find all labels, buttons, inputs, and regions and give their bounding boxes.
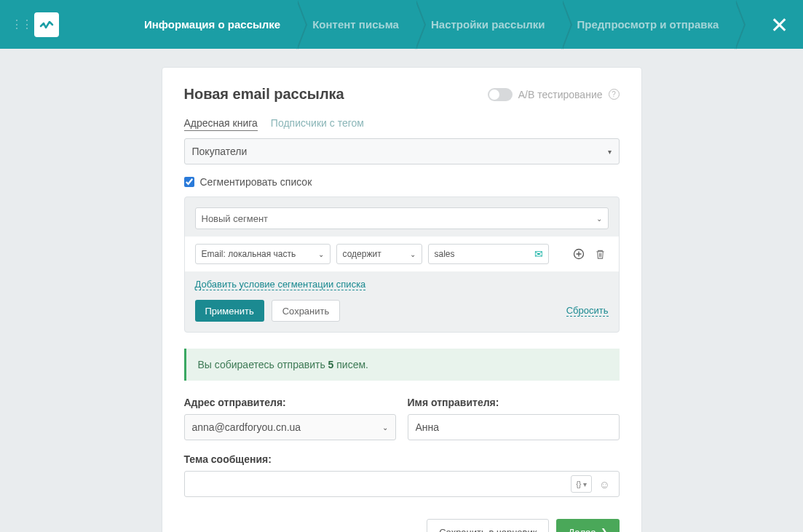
segment-checkbox-label: Сегментировать список: [200, 176, 312, 188]
sender-address-col: Адрес отправителя: anna@cardforyou.cn.ua…: [184, 397, 396, 440]
segment-select[interactable]: Новый сегмент ⌄: [195, 207, 609, 229]
subject-icons: {} ▾ ☺: [571, 475, 613, 493]
step-label: Настройки рассылки: [431, 18, 545, 31]
delete-rule-icon[interactable]: [593, 246, 609, 262]
step-preview[interactable]: Предпросмотр и отправка: [561, 0, 735, 49]
segment-panel: Новый сегмент ⌄ Email: локальная часть ⌄…: [184, 196, 620, 333]
wizard-steps: Информация о рассылке Контент письма Нас…: [128, 0, 735, 49]
rule-field-value: Email: локальная часть: [202, 249, 296, 259]
help-icon[interactable]: ?: [609, 89, 620, 100]
segment-checkbox[interactable]: [184, 177, 194, 187]
card-header: Новая email рассылка A/B тестирование ?: [184, 86, 620, 103]
save-segment-button[interactable]: Сохранить: [272, 300, 341, 322]
recipient-tabs: Адресная книга Подписчики с тегом: [184, 117, 620, 131]
variables-button[interactable]: {} ▾: [571, 475, 591, 493]
segment-actions: Применить Сохранить Сбросить: [195, 300, 609, 322]
sender-address-select[interactable]: anna@cardforyou.cn.ua ⌄: [184, 414, 396, 440]
chevron-down-icon: ▾: [583, 480, 587, 488]
rule-field-select[interactable]: Email: локальная часть ⌄: [195, 244, 331, 264]
reset-link[interactable]: Сбросить: [566, 305, 609, 317]
ab-toggle[interactable]: [488, 88, 513, 101]
drag-handle-icon[interactable]: ⋮⋮: [11, 17, 31, 31]
next-button[interactable]: Далее ❯: [556, 519, 619, 532]
add-rule-icon[interactable]: [571, 246, 587, 262]
banner-suffix: писем.: [333, 359, 368, 370]
save-draft-button[interactable]: Сохранить в черновик: [427, 519, 549, 532]
step-label: Контент письма: [312, 18, 399, 31]
page-title: Новая email рассылка: [184, 86, 344, 103]
step-content[interactable]: Контент письма: [296, 0, 415, 49]
variables-label: {}: [576, 480, 581, 488]
sender-address-label: Адрес отправителя:: [184, 397, 396, 408]
close-icon[interactable]: ✕: [770, 12, 788, 37]
next-label: Далее: [568, 527, 596, 533]
card-footer: Сохранить в черновик Далее ❯: [184, 519, 620, 532]
chevron-down-icon: ⌄: [596, 215, 602, 223]
chevron-right-icon: ❯: [601, 527, 608, 532]
mail-icon: ✉: [534, 248, 543, 260]
rule-value-input[interactable]: [428, 244, 549, 264]
emoji-icon[interactable]: ☺: [596, 475, 614, 493]
segment-rule-row: Email: локальная часть ⌄ содержит ⌄ ✉: [185, 237, 619, 271]
subject-section: Тема сообщения: {} ▾ ☺: [184, 453, 620, 497]
add-condition-link[interactable]: Добавить условие сегментации списка: [195, 279, 366, 290]
chevron-down-icon: ⌄: [318, 250, 324, 258]
address-book-value: Покупатели: [192, 146, 248, 157]
segment-checkbox-row[interactable]: Сегментировать список: [184, 176, 620, 188]
logo-area: ⋮⋮: [0, 12, 59, 37]
sender-name-label: Имя отправителя:: [408, 397, 620, 408]
chevron-down-icon: ⌄: [410, 250, 416, 258]
subject-input[interactable]: [184, 471, 620, 497]
step-label: Информация о рассылке: [144, 18, 280, 31]
step-settings[interactable]: Настройки рассылки: [415, 0, 561, 49]
step-info[interactable]: Информация о рассылке: [128, 0, 296, 49]
ab-label: A/B тестирование: [518, 89, 603, 100]
apply-button[interactable]: Применить: [195, 300, 264, 322]
ab-testing-toggle-wrap: A/B тестирование ?: [488, 88, 620, 101]
tab-address-book[interactable]: Адресная книга: [184, 117, 258, 131]
rule-operator-select[interactable]: содержит ⌄: [336, 244, 422, 264]
segment-select-value: Новый сегмент: [202, 213, 269, 224]
add-condition-row: Добавить условие сегментации списка: [195, 279, 609, 290]
banner-prefix: Вы собираетесь отправить: [198, 359, 328, 370]
tab-subscribers-tag[interactable]: Подписчики с тегом: [271, 117, 364, 131]
main-card: Новая email рассылка A/B тестирование ? …: [162, 67, 642, 532]
chevron-down-icon: ⌄: [382, 424, 388, 432]
sender-name-input[interactable]: [408, 414, 620, 440]
subject-row: {} ▾ ☺: [184, 471, 620, 497]
sender-name-col: Имя отправителя:: [408, 397, 620, 440]
rule-value-wrap: ✉: [428, 244, 549, 264]
rule-operator-value: содержит: [343, 249, 381, 259]
sender-row: Адрес отправителя: anna@cardforyou.cn.ua…: [184, 397, 620, 440]
wizard-header: ⋮⋮ Информация о рассылке Контент письма …: [0, 0, 803, 49]
caret-down-icon: ▾: [608, 148, 612, 156]
subject-label: Тема сообщения:: [184, 453, 620, 465]
address-book-select[interactable]: Покупатели ▾: [184, 138, 620, 164]
info-banner: Вы собираетесь отправить 5 писем.: [184, 349, 620, 381]
step-label: Предпросмотр и отправка: [577, 18, 719, 31]
sender-address-value: anna@cardforyou.cn.ua: [192, 421, 301, 433]
app-logo-icon[interactable]: [34, 12, 59, 37]
